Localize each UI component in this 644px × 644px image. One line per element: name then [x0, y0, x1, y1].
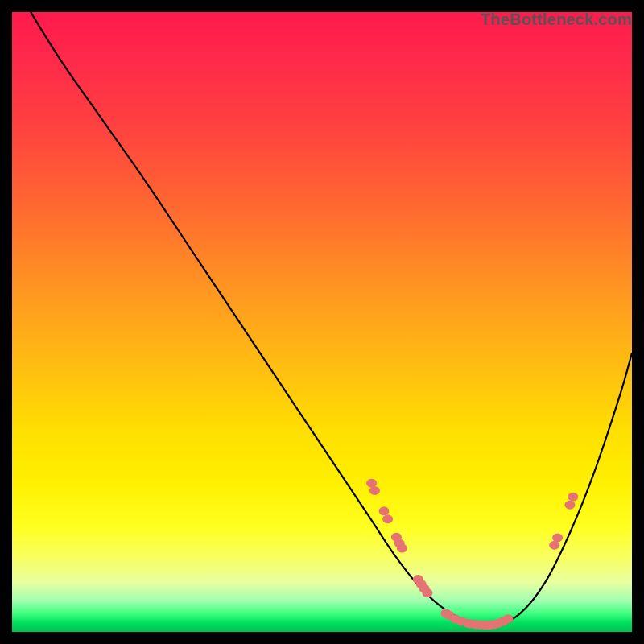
data-marker [422, 588, 432, 597]
data-marker [382, 514, 393, 523]
data-marker [552, 533, 563, 542]
data-marker [397, 544, 407, 553]
data-markers [366, 479, 578, 630]
data-marker [503, 614, 514, 623]
data-marker [568, 493, 578, 502]
data-marker [565, 501, 576, 510]
bottleneck-curve-line [31, 12, 632, 626]
chart-frame: TheBottleneck.com [12, 12, 632, 632]
data-marker [369, 486, 380, 495]
bottleneck-chart [12, 12, 632, 632]
data-marker [379, 506, 390, 515]
